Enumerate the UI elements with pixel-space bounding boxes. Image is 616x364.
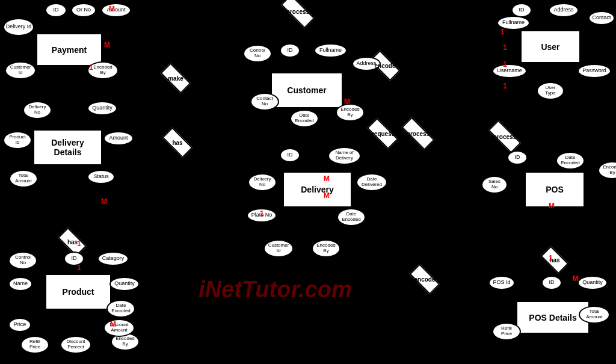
attr-pos-encby: EncodedBy: [598, 161, 616, 179]
mult-del-m1: M: [324, 174, 330, 183]
attr-prod-discamt: DiscountAmount: [103, 319, 135, 337]
attr-prod-name: Name: [8, 277, 32, 291]
rel-process-top: process: [277, 3, 319, 20]
mult-user-m: 1: [500, 28, 505, 36]
er-diagram: Payment DeliveryDetails Product Customer…: [0, 0, 616, 364]
attr-prod-qty: Quantity: [109, 277, 140, 291]
entity-user: User: [520, 30, 581, 63]
mult-user-1b: 1: [503, 60, 507, 69]
attr-user-username: Username: [492, 64, 527, 78]
attr-payment-id: ID: [45, 3, 67, 17]
attr-pos-dateenc: DateEncoded: [556, 152, 585, 170]
attr-dd-delno: DeliveryNo: [23, 101, 52, 119]
svg-line-38: [394, 45, 493, 69]
attr-del-delno: DeliveryNo: [248, 173, 277, 191]
attr-payment-orno: Or No: [71, 3, 96, 17]
attr-posd-posid: POS Id: [488, 276, 515, 290]
attr-cust-dateenc: DateEncoded: [290, 110, 319, 128]
attr-cust-ctrlno: ControlNo: [243, 45, 272, 63]
mult-pos-1: 1: [549, 254, 553, 262]
attr-del-dateenc: DateEncoded: [337, 208, 366, 226]
attr-prod-cat: Category: [97, 251, 129, 266]
rel-encode2: encode: [407, 271, 443, 288]
attr-del-datedel: DateDelivered: [356, 173, 387, 191]
attr-del-encby: EncodedBy: [312, 239, 340, 258]
attr-prod-ctrlno: ControlNo: [8, 251, 37, 270]
mult-pos-m: M: [549, 202, 555, 210]
entity-pos: POS: [525, 171, 585, 208]
attr-posd-id: ID: [541, 276, 562, 290]
mult-6: 1: [77, 264, 81, 272]
mult-prod-m: M: [110, 320, 116, 329]
attr-del-nameofdelivery: Name ofDelivery: [328, 147, 361, 165]
entity-delivery-details: DeliveryDetails: [33, 129, 102, 165]
svg-line-23: [41, 310, 49, 340]
entity-customer: Customer: [271, 72, 343, 108]
rel-has2: has: [56, 233, 89, 250]
mult-5: 1: [77, 239, 81, 248]
attr-prod-discpct: DiscountPercent: [60, 336, 91, 354]
entity-delivery: Delivery: [283, 171, 352, 208]
attr-dd-prodid: ProductId: [3, 131, 32, 149]
attr-pos-salesno: SalesNo: [481, 176, 508, 194]
attr-dd-amount: Amount: [103, 131, 134, 146]
attr-prod-price: Price: [8, 318, 31, 332]
attr-dd-status: Status: [87, 170, 115, 184]
attr-posd-refill: RefillPrice: [492, 322, 521, 341]
attr-dd-total: TotalAmount: [9, 170, 38, 188]
watermark: iNetTutor.com: [199, 277, 352, 303]
entity-product: Product: [45, 274, 111, 310]
svg-line-2: [102, 17, 117, 33]
svg-line-41: [421, 137, 493, 180]
rel-request: request: [364, 125, 401, 142]
rel-process2: process: [398, 125, 438, 142]
attr-customer-id-pay: CustomerId: [5, 61, 36, 79]
mult-user-1c: 1: [503, 82, 507, 90]
rel-make: make: [158, 69, 194, 87]
rel-has3: has: [539, 251, 570, 268]
svg-line-7: [185, 78, 271, 90]
attr-cust-id: ID: [280, 43, 300, 58]
mult-posd-m: M: [573, 274, 579, 283]
entity-payment: Payment: [36, 33, 102, 66]
mult-cust-m: M: [344, 97, 350, 106]
attr-posd-qty: Quantity: [578, 276, 608, 290]
rel-process3: process: [485, 128, 525, 145]
attr-cust-fullname: Fullname: [314, 43, 347, 58]
mult-2: M: [104, 41, 110, 49]
attr-prod-dateenc: DateEncoded: [106, 300, 135, 318]
attr-posd-totalamt: TotalAmount: [579, 306, 610, 324]
mult-3: 1: [89, 63, 93, 72]
attr-user-contact: Contact: [588, 11, 615, 25]
svg-line-15: [67, 165, 69, 229]
attr-delivery-id: Delivery Id: [3, 18, 34, 36]
mult-del-m2: M: [324, 191, 330, 200]
attr-prod-refill: RefillPrice: [20, 336, 49, 354]
svg-line-65: [553, 208, 558, 251]
attr-pos-id: ID: [507, 150, 528, 165]
attr-payment-amount: Amount: [101, 3, 131, 17]
rel-has1: has: [159, 134, 196, 151]
attr-user-password: Password: [578, 64, 611, 78]
mult-1: M: [109, 5, 115, 13]
mult-user-1a: 1: [503, 43, 507, 52]
attr-dd-qty: Quantity: [87, 101, 117, 116]
attr-del-id: ID: [280, 148, 300, 162]
mult-del-1: 1: [260, 209, 264, 218]
attr-cust-contno: ContactNo: [250, 93, 279, 111]
attr-del-custid: CustomerId: [263, 239, 294, 258]
attr-user-address: Address: [549, 3, 579, 17]
svg-line-1: [87, 17, 96, 33]
attr-cust-encby: EncodedBy: [336, 103, 365, 122]
entity-pos-details: POS Details: [516, 301, 590, 334]
mult-4: M: [101, 197, 107, 206]
attr-user-usertype: UserType: [537, 82, 564, 100]
